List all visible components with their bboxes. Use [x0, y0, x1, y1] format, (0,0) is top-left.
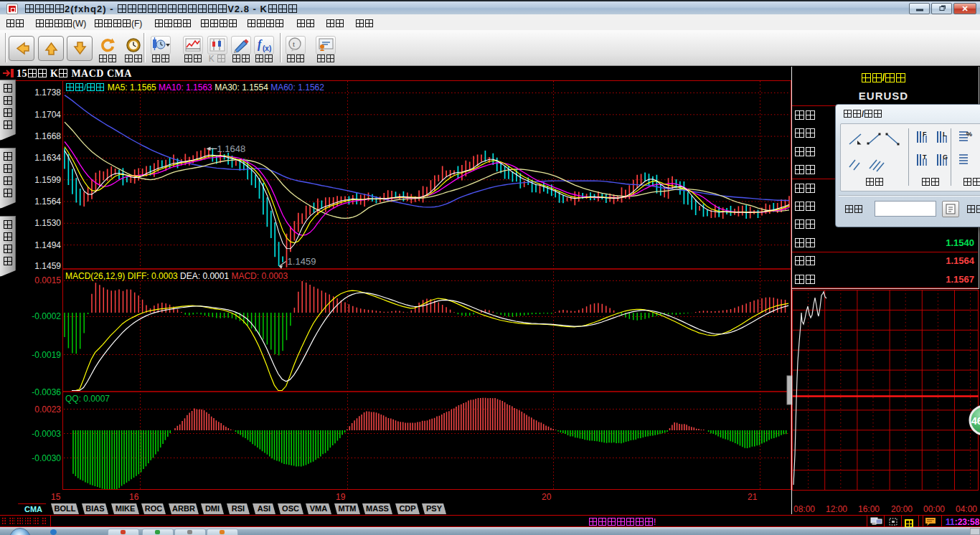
svg-text:F: F: [923, 131, 927, 138]
svg-text:%: %: [966, 131, 972, 138]
svg-text:1.1648: 1.1648: [217, 143, 246, 154]
svg-text:T: T: [923, 153, 927, 161]
svg-text:G: G: [943, 153, 948, 161]
svg-text:L: L: [943, 131, 947, 138]
svg-text:1.1459: 1.1459: [288, 256, 316, 267]
